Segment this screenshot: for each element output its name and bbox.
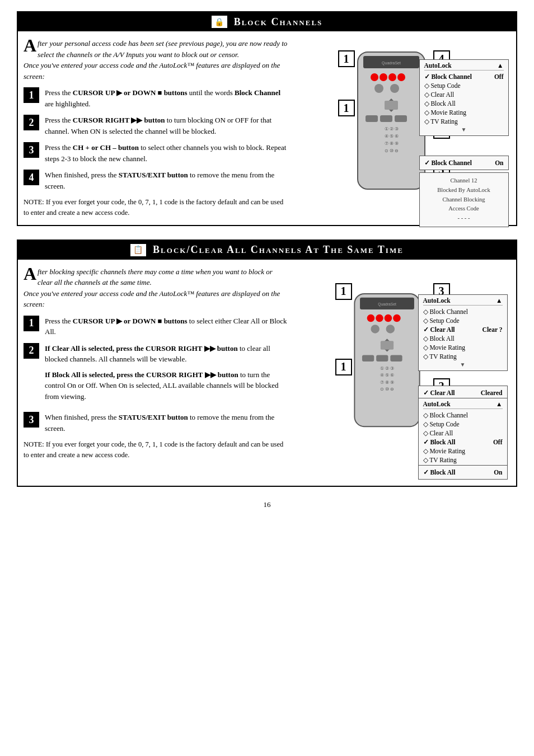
section2-header: 📋 Block/Clear All Channels At The Same T… — [18, 241, 516, 260]
remote-svg-2: QuadraSet ① ② ③ ④ ⑤ ⑥ ⑦ ⑧ ⑨ ⊙ ⑩ ⊖ — [344, 283, 430, 440]
section1-step4: 4 When finished, press the STATUS/EXIT b… — [24, 170, 288, 191]
section2-right: QuadraSet ① ② ③ ④ ⑤ ⑥ ⑦ ⑧ ⑨ ⊙ ⑩ ⊖ — [294, 266, 510, 479]
clear-all-status: ✓ Clear AllCleared — [423, 388, 503, 397]
svg-rect-31 — [390, 355, 402, 361]
step2-text: Press the CURSOR RIGHT ▶▶ button to turn… — [45, 115, 288, 137]
step3-text: Press the CH + or CH – button to select … — [45, 142, 288, 164]
svg-point-24 — [393, 314, 401, 322]
section2-body: After blocking specific channels there m… — [18, 260, 516, 486]
svg-rect-30 — [376, 355, 388, 361]
section2-left: After blocking specific channels there m… — [24, 266, 288, 479]
svg-point-8 — [390, 84, 399, 93]
blocked-info-text: Channel 12Blocked By AutoLockChannel Blo… — [424, 176, 504, 223]
step1-number: 1 — [24, 87, 39, 103]
svg-point-5 — [388, 73, 396, 81]
section-block-channels: 🔒 Block Channels After your personal acc… — [17, 11, 517, 226]
svg-rect-29 — [362, 355, 373, 361]
svg-point-21 — [367, 314, 374, 322]
menu1-arrow-down: ▼ — [424, 126, 504, 133]
step4-number: 4 — [24, 170, 39, 185]
section2-title: Block/Clear All Channels At The Same Tim… — [153, 244, 404, 256]
svg-rect-11 — [366, 115, 378, 122]
menu1-item-tv-rating: ◇ TV Rating — [424, 117, 504, 126]
s2-menu-movie-rating: ◇ Movie Rating — [423, 343, 503, 352]
s2b-menu-block-channel: ◇ Block Channel — [423, 411, 503, 420]
s2b-menu-setup-code: ◇ Setup Code — [423, 420, 503, 429]
s2-step1-number: 1 — [24, 316, 39, 331]
section1-intro: After your personal access code has been… — [24, 38, 288, 82]
svg-rect-13 — [395, 115, 407, 122]
svg-text:QuadraSet: QuadraSet — [378, 302, 396, 307]
svg-point-26 — [386, 325, 395, 334]
section1-right: QuadraSet ① ② — [294, 38, 510, 218]
s2b-menu-clear-all: ◇ Clear All — [423, 429, 503, 438]
section1-step3: 3 Press the CH + or CH – button to selec… — [24, 142, 288, 164]
blocked-info-box: Channel 12Blocked By AutoLockChannel Blo… — [419, 172, 509, 227]
section2-step1: 1 Press the CURSOR UP ▶ or DOWN ■ button… — [24, 316, 288, 337]
section1-left: After your personal access code has been… — [24, 38, 288, 218]
section1-diagram: QuadraSet ① ② — [313, 38, 492, 212]
section2-step3: 3 When finished, press the STATUS/EXIT b… — [24, 412, 288, 434]
svg-text:⑦ ⑧ ⑨: ⑦ ⑧ ⑨ — [384, 141, 398, 146]
s2-diag-label-1b: 1 — [335, 359, 352, 375]
section1-body: After your personal access code has been… — [18, 31, 516, 225]
section2-diagram: QuadraSet ① ② ③ ④ ⑤ ⑥ ⑦ ⑧ ⑨ ⊙ ⑩ ⊖ — [313, 266, 492, 479]
section1-icon: 🔒 — [212, 16, 227, 28]
menu2-block-channel: ✓ Block ChannelOn — [424, 158, 504, 167]
s2b-menu-movie-rating: ◇ Movie Rating — [423, 447, 503, 456]
section1-title: Block Channels — [234, 16, 323, 28]
menu1-item-block-channel: ✓ Block ChannelOff — [424, 72, 504, 81]
menu-box-1: AutoLock ▲ ✓ Block ChannelOff ◇ Setup Co… — [419, 59, 509, 136]
section1-step2: 2 Press the CURSOR RIGHT ▶▶ button to tu… — [24, 115, 288, 137]
s2-menu-arrow: ▼ — [423, 361, 503, 368]
s2-menu-clear-all: ✓ Clear AllClear ? — [423, 325, 503, 334]
s2-step3-number: 3 — [24, 412, 39, 428]
s2-step1-text: Press the CURSOR UP ▶ or DOWN ■ buttons … — [45, 316, 288, 337]
svg-text:⊙ ⑩ ⊖: ⊙ ⑩ ⊖ — [380, 387, 394, 392]
svg-point-4 — [380, 73, 387, 81]
svg-rect-10 — [385, 101, 398, 110]
menu1-item-setup-code: ◇ Setup Code — [424, 81, 504, 90]
svg-text:① ② ③: ① ② ③ — [380, 365, 394, 370]
step2-number: 2 — [24, 115, 39, 130]
svg-point-7 — [374, 84, 383, 93]
s2-menu-bottom: AutoLock ▲ ◇ Block Channel ◇ Setup Code … — [418, 398, 508, 475]
section2-note: NOTE: If you ever forget your code, the … — [24, 439, 288, 461]
s2-diag-label-1: 1 — [335, 283, 352, 300]
svg-text:QuadraSet: QuadraSet — [382, 61, 401, 65]
section2-step2: 2 If Clear All is selected, press the CU… — [24, 343, 288, 407]
s2-step2-text: If Clear All is selected, press the CURS… — [45, 343, 288, 407]
menu-box-2: ✓ Block ChannelOn — [419, 156, 509, 170]
svg-point-6 — [397, 73, 405, 81]
step1-text: Press the CURSOR UP ▶ or DOWN ■ buttons … — [45, 87, 288, 109]
s2b-menu-block-all: ✓ Block AllOff — [423, 438, 503, 447]
block-all-status: ✓ Block AllOn — [423, 468, 503, 477]
svg-text:⑦ ⑧ ⑨: ⑦ ⑧ ⑨ — [380, 379, 394, 384]
menu1-title: AutoLock ▲ — [424, 62, 504, 71]
page-number: 16 — [17, 500, 517, 509]
s2-menu-block-all: ◇ Block All — [423, 334, 503, 343]
menu1-item-block-all: ◇ Block All — [424, 99, 504, 108]
step3-number: 3 — [24, 142, 39, 158]
s2-menu-block-channel: ◇ Block Channel — [423, 307, 503, 316]
section1-note: NOTE: If you ever forget your code, the … — [24, 197, 288, 218]
drop-cap-a2: A — [24, 266, 36, 281]
svg-text:⊙ ⑩ ⊖: ⊙ ⑩ ⊖ — [384, 148, 398, 153]
section1-step1: 1 Press the CURSOR UP ▶ or DOWN ■ button… — [24, 87, 288, 109]
svg-text:④ ⑤ ⑥: ④ ⑤ ⑥ — [384, 134, 398, 139]
s2-menu-top-title: AutoLock ▲ — [423, 297, 503, 306]
step4-text: When finished, press the STATUS/EXIT but… — [45, 170, 288, 191]
block-all-bar: ✓ Block AllOn — [418, 465, 508, 480]
diag-label-1a: 1 — [338, 50, 355, 67]
section1-header: 🔒 Block Channels — [18, 12, 516, 31]
s2-step2-number: 2 — [24, 343, 39, 359]
menu1-item-clear-all: ◇ Clear All — [424, 90, 504, 99]
svg-text:① ② ③: ① ② ③ — [384, 126, 398, 132]
diag-label-1b: 1 — [338, 100, 355, 116]
svg-point-25 — [371, 325, 380, 334]
s2-menu-top: AutoLock ▲ ◇ Block Channel ◇ Setup Code … — [418, 294, 508, 371]
s2-step3-text: When finished, press the STATUS/EXIT but… — [45, 412, 288, 434]
s2-menu-bottom-title: AutoLock ▲ — [423, 401, 503, 409]
s2-menu-setup-code: ◇ Setup Code — [423, 316, 503, 325]
svg-text:④ ⑤ ⑥: ④ ⑤ ⑥ — [380, 373, 394, 378]
